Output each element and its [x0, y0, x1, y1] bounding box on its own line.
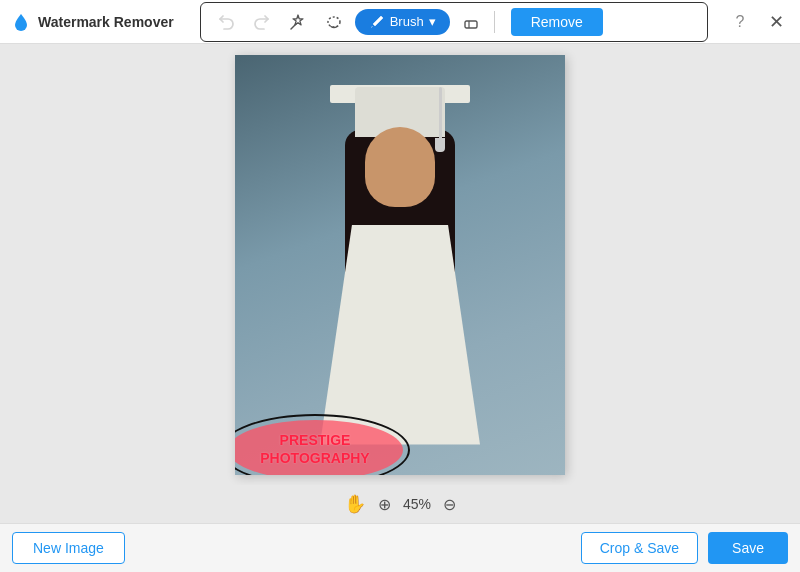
toolbar-divider	[494, 11, 495, 33]
app-logo-icon	[10, 11, 32, 33]
toolbar: Brush ▾ Remove	[200, 2, 708, 42]
brush-dropdown-icon: ▾	[429, 14, 436, 29]
svg-point-1	[328, 17, 340, 27]
bottom-bar: New Image Crop & Save Save	[0, 523, 800, 572]
crop-save-button[interactable]: Crop & Save	[581, 532, 698, 564]
lasso-button[interactable]	[319, 7, 349, 37]
undo-button[interactable]	[211, 7, 241, 37]
brush-button[interactable]: Brush ▾	[355, 9, 450, 35]
close-button[interactable]: ✕	[762, 8, 790, 36]
save-button[interactable]: Save	[708, 532, 788, 564]
window-controls: ? ✕	[726, 8, 790, 36]
hand-tool-icon[interactable]: ✋	[344, 493, 366, 515]
watermark-ellipse	[235, 414, 410, 475]
photo-background: PRESTIGE PHOTOGRAPHY	[235, 55, 565, 475]
image-container: PRESTIGE PHOTOGRAPHY	[235, 55, 565, 475]
redo-button[interactable]	[247, 7, 277, 37]
eraser-button[interactable]	[456, 7, 486, 37]
zoom-level: 45%	[403, 496, 431, 512]
magic-button[interactable]	[283, 7, 313, 37]
app-logo: Watermark Remover	[10, 11, 190, 33]
new-image-button[interactable]: New Image	[12, 532, 125, 564]
bottom-right-actions: Crop & Save Save	[581, 532, 788, 564]
svg-rect-2	[465, 21, 477, 28]
zoom-out-icon[interactable]: ⊖	[443, 495, 456, 514]
canvas-area: PRESTIGE PHOTOGRAPHY	[0, 44, 800, 485]
brush-label: Brush	[390, 14, 424, 29]
app-title: Watermark Remover	[38, 14, 174, 30]
title-bar: Watermark Remover Brush ▾ Remove	[0, 0, 800, 44]
face	[365, 127, 435, 207]
zoom-bar: ✋ ⊕ 45% ⊖	[0, 485, 800, 523]
zoom-in-icon[interactable]: ⊕	[378, 495, 391, 514]
cap-tassel	[439, 87, 442, 142]
watermark-overlay: PRESTIGE PHOTOGRAPHY	[235, 410, 415, 475]
svg-line-0	[291, 24, 296, 29]
graduation-cap	[330, 65, 470, 135]
help-button[interactable]: ?	[726, 8, 754, 36]
remove-button[interactable]: Remove	[511, 8, 603, 36]
